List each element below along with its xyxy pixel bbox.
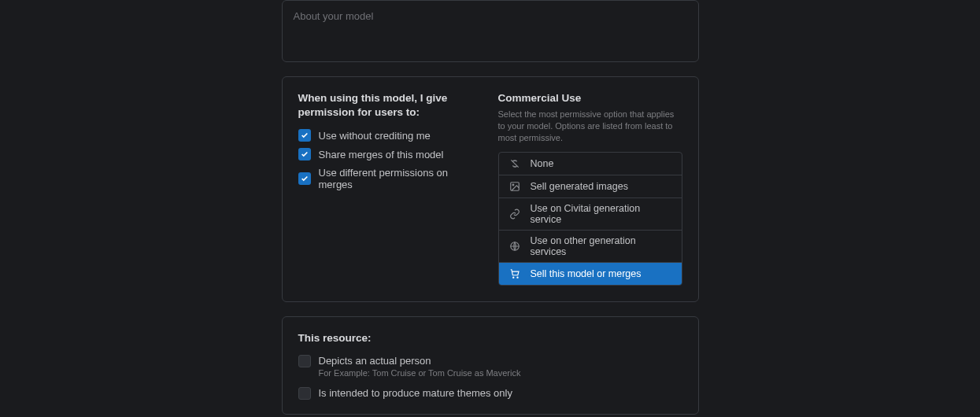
commercial-option-list: None Sell generated images Use on Civita… <box>498 152 682 286</box>
resource-option-label: Is intended to produce mature themes onl… <box>319 387 512 399</box>
globe-icon <box>508 240 521 253</box>
commercial-option-label: None <box>531 158 554 169</box>
permissions-card: When using this model, I give permission… <box>282 76 699 302</box>
svg-point-1 <box>512 184 514 186</box>
permission-use-without-credit[interactable]: Use without crediting me <box>298 129 483 142</box>
check-icon <box>298 129 311 142</box>
resource-depicts-person[interactable]: Depicts an actual person For Example: To… <box>298 355 682 378</box>
commercial-right: Commercial Use Select the most permissiv… <box>498 91 682 286</box>
commercial-option-label: Use on Civitai generation service <box>531 203 672 225</box>
commercial-subtitle: Select the most permissive option that a… <box>498 109 682 144</box>
permission-label: Use different permissions on merges <box>319 167 483 190</box>
commercial-option-label: Sell generated images <box>531 181 628 192</box>
about-placeholder: About your model <box>294 10 687 22</box>
resource-option-label: Depicts an actual person <box>319 355 521 367</box>
svg-point-4 <box>516 277 517 278</box>
commercial-option-label: Sell this model or merges <box>531 268 642 279</box>
checkbox-icon <box>298 387 311 400</box>
resource-card: This resource: Depicts an actual person … <box>282 316 699 415</box>
commercial-title: Commercial Use <box>498 91 682 105</box>
permission-label: Use without crediting me <box>319 130 431 142</box>
commercial-option-sell-images[interactable]: Sell generated images <box>499 175 682 198</box>
dollar-off-icon <box>508 157 521 170</box>
commercial-option-label: Use on other generation services <box>531 235 672 257</box>
resource-option-hint: For Example: Tom Cruise or Tom Cruise as… <box>319 368 521 378</box>
commercial-option-sell-model[interactable]: Sell this model or merges <box>499 263 682 285</box>
permission-label: Share merges of this model <box>319 149 444 161</box>
commercial-option-none[interactable]: None <box>499 153 682 175</box>
permissions-title: When using this model, I give permission… <box>298 91 483 120</box>
commercial-option-civitai[interactable]: Use on Civitai generation service <box>499 198 682 231</box>
svg-point-3 <box>512 277 513 278</box>
cart-icon <box>508 268 521 280</box>
image-icon <box>508 180 521 193</box>
permission-share-merges[interactable]: Share merges of this model <box>298 148 483 161</box>
about-card[interactable]: About your model <box>282 0 699 62</box>
permissions-left: When using this model, I give permission… <box>298 91 483 286</box>
resource-title: This resource: <box>298 331 682 345</box>
checkbox-icon <box>298 355 311 367</box>
check-icon <box>298 148 311 161</box>
check-icon <box>298 172 311 185</box>
link-icon <box>508 208 521 220</box>
resource-mature-themes[interactable]: Is intended to produce mature themes onl… <box>298 387 682 400</box>
permission-different-merges[interactable]: Use different permissions on merges <box>298 167 483 190</box>
commercial-option-other-services[interactable]: Use on other generation services <box>499 231 682 263</box>
